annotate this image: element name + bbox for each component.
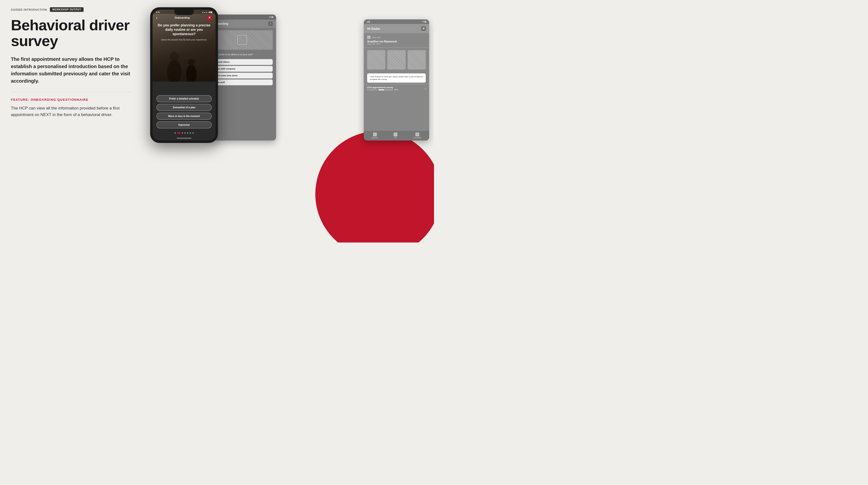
phone-answers: Prefer a detailed schedule Somewhat of a… xyxy=(153,95,216,128)
phone-dot-1 xyxy=(175,132,176,134)
right-header: Hi Giulio ✕ xyxy=(364,24,429,33)
phone-close-button[interactable]: ✕ xyxy=(207,15,212,20)
phone-answer-1[interactable]: Prefer a detailed schedule xyxy=(156,95,212,102)
mid-wireframe-image xyxy=(212,30,273,50)
phone-dot-7 xyxy=(192,132,194,134)
mid-wifi-icon: ≋ ▮▮ xyxy=(269,16,273,18)
right-store-name: Amplifon via Ripamonti xyxy=(367,40,426,43)
phone-screen: 9:41 ▲▲▲ ◀ ▮▮ ‹ Onboarding ✕ Do you pref… xyxy=(153,10,216,141)
right-header-title: Hi Giulio xyxy=(367,27,380,31)
phone-bg-overlay xyxy=(153,10,216,82)
divider xyxy=(11,92,132,92)
right-signal-bar-3 xyxy=(369,21,370,23)
mid-placeholder-box xyxy=(237,35,247,45)
mid-option-1[interactable]: Around others xyxy=(212,59,273,65)
breadcrumb: GUIDED INTRODUCTION WORKSHOP OUTPUT xyxy=(11,7,132,12)
phone-nav-title: Onboarding xyxy=(175,16,190,19)
right-wireframe-box-1 xyxy=(367,50,385,69)
description-text: The first appointment survey allows the … xyxy=(11,56,132,85)
red-circle-decoration xyxy=(315,131,434,243)
phone-mockup: 9:41 ▲▲▲ ◀ ▮▮ ‹ Onboarding ✕ Do you pref… xyxy=(150,7,218,143)
right-store-badge: Store visit xyxy=(367,36,426,39)
right-progress-bar-fill xyxy=(378,89,384,90)
right-survey-label: First appointment survey xyxy=(367,86,398,89)
right-message-text: I look forward to meet you Giulio, pleas… xyxy=(370,75,423,81)
mid-status-bar: ≋ ▮▮ xyxy=(208,14,276,20)
right-me-label: Me xyxy=(395,137,397,139)
breadcrumb-badge: WORKSHOP OUTPUT xyxy=(50,7,84,12)
right-connected-label: Connected xyxy=(413,137,422,139)
right-store-icon xyxy=(367,36,371,39)
phone-answer-4[interactable]: Improvise xyxy=(156,121,212,128)
right-message-card: I look forward to meet you Giulio, pleas… xyxy=(367,73,426,83)
right-wireframe-box-3 xyxy=(408,50,426,69)
right-wireframe-row xyxy=(364,48,429,72)
phone-dot-6 xyxy=(190,132,191,134)
right-bottom-nav: Services Me Connected xyxy=(364,130,429,141)
phone-time: 9:41 xyxy=(156,11,160,13)
right-store-date: May 13th, 2021 xyxy=(367,43,426,45)
breadcrumb-text: GUIDED INTRODUCTION xyxy=(11,8,47,11)
right-nav-me[interactable]: Me xyxy=(394,132,397,139)
phone-answer-2[interactable]: Somewhat of a plan xyxy=(156,104,212,111)
mid-header: Onboarding ✕ xyxy=(208,20,276,28)
phone-answer-3[interactable]: More or less in the moment xyxy=(156,113,212,120)
right-survey-row[interactable]: First appointment survey in progress 40%… xyxy=(364,84,429,93)
phone-nav-bar: ‹ Onboarding ✕ xyxy=(153,15,216,20)
right-area: 9:41 ▲▲▲ ◀ ▮▮ ‹ Onboarding ✕ Do you pref… xyxy=(138,0,434,243)
phone-question-title: Do you prefer planning a precise daily r… xyxy=(157,23,211,36)
middle-panel: ≋ ▮▮ Onboarding ✕ usually prefer to be o… xyxy=(208,14,276,141)
phone-question-area: Do you prefer planning a precise daily r… xyxy=(153,23,216,41)
right-wifi-icon: ≋ ▮▮ xyxy=(422,21,426,23)
right-progress-label: in progress xyxy=(367,89,377,91)
phone-progress-dots xyxy=(153,132,216,134)
right-store-section: Store visit Amplifon via Ripamonti May 1… xyxy=(364,33,429,48)
right-services-icon xyxy=(373,132,377,137)
right-panel: ≋ ▮▮ Hi Giulio ✕ Store visit Amplifon vi… xyxy=(364,20,429,141)
right-chevron-icon[interactable]: › xyxy=(425,87,426,90)
phone-signal: ▲▲▲ ◀ ▮▮ xyxy=(202,11,212,13)
phone-home-bar xyxy=(177,138,191,139)
feature-description: The HCP can view all the information pro… xyxy=(11,105,132,118)
right-nav-connected[interactable]: Connected xyxy=(413,132,422,139)
page-title: Behavioral driver survey xyxy=(11,17,132,49)
mid-option-3[interactable]: Need some time alone xyxy=(212,73,273,79)
right-signal-bar-1 xyxy=(367,22,367,23)
left-panel: GUIDED INTRODUCTION WORKSHOP OUTPUT Beha… xyxy=(11,7,132,118)
right-survey-info: First appointment survey in progress 40% xyxy=(367,86,398,91)
mid-option-2[interactable]: Often with company xyxy=(212,66,273,72)
mid-close-button[interactable]: ✕ xyxy=(268,22,273,26)
right-services-label: Services xyxy=(372,137,378,139)
right-signal-bar-2 xyxy=(368,21,369,23)
right-nav-services[interactable]: Services xyxy=(372,132,378,139)
phone-dot-5 xyxy=(187,132,188,134)
phone-back-button[interactable]: ‹ xyxy=(156,15,157,20)
right-status-bar: ≋ ▮▮ xyxy=(364,20,429,24)
right-wireframe-box-2 xyxy=(387,50,405,69)
right-progress-value: 40% xyxy=(394,89,398,91)
right-me-icon xyxy=(394,132,397,137)
phone-dot-2 xyxy=(177,132,180,134)
right-survey-progress: in progress 40% xyxy=(367,89,398,91)
phone-dot-4 xyxy=(184,132,186,134)
right-close-button[interactable]: ✕ xyxy=(422,26,426,31)
phone-outer: 9:41 ▲▲▲ ◀ ▮▮ ‹ Onboarding ✕ Do you pref… xyxy=(150,7,218,143)
feature-label: FEATURE: ONBOARDING QUESTIONNAIRE xyxy=(11,98,132,101)
phone-notch xyxy=(175,10,194,15)
phone-question-sub: Select the answer that fits best your ex… xyxy=(157,38,211,41)
right-store-label: Store visit xyxy=(372,36,380,38)
mid-option-4[interactable]: Lone wolf xyxy=(212,80,273,85)
right-connected-icon xyxy=(415,132,419,137)
right-progress-bar xyxy=(378,89,393,90)
mid-question-text: usually prefer to be others or on your o… xyxy=(208,52,276,58)
right-signal xyxy=(367,21,370,23)
phone-dot-3 xyxy=(182,132,183,134)
